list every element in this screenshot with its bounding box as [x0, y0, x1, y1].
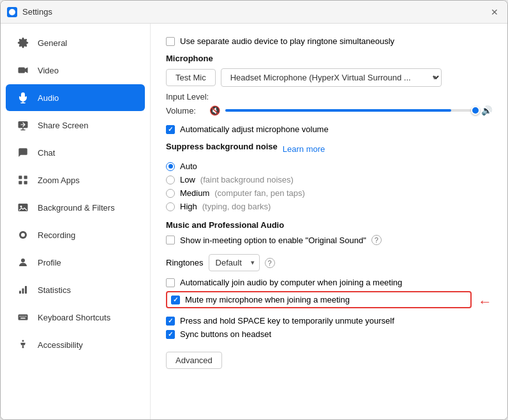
svg-rect-21	[20, 318, 26, 319]
space-key-checkbox[interactable]	[166, 317, 175, 326]
audio-device-checkbox[interactable]	[166, 37, 175, 46]
main-panel: Use separate audio device to play ringto…	[151, 24, 507, 419]
svg-point-22	[22, 340, 24, 342]
chat-icon	[16, 146, 30, 160]
mute-mic-label: Mute my microphone when joining a meetin…	[185, 295, 350, 304]
accessibility-icon	[16, 338, 30, 352]
sidebar-item-chat[interactable]: Chat	[6, 139, 145, 166]
sidebar-item-keyboard[interactable]: Keyboard Shortcuts	[6, 304, 145, 331]
sidebar-label-video: Video	[38, 66, 59, 75]
svg-rect-20	[26, 316, 27, 317]
sidebar: General Video Audio Share Screen	[1, 24, 151, 419]
original-sound-row: Show in-meeting option to enable "Origin…	[166, 235, 492, 245]
background-icon	[16, 200, 30, 214]
auto-adjust-row: Automatically adjust microphone volume	[166, 124, 492, 134]
close-button[interactable]: ✕	[488, 6, 501, 19]
volume-row: Volume: 🔇 🔊	[166, 105, 492, 116]
volume-slider-track[interactable]	[225, 109, 476, 112]
ringtones-select[interactable]: Default	[209, 254, 260, 271]
learn-more-link[interactable]: Learn more	[283, 144, 325, 154]
gear-icon	[16, 36, 30, 50]
mute-mic-checkbox[interactable]	[171, 296, 180, 304]
noise-low-label: Low	[180, 175, 195, 184]
svg-rect-13	[19, 291, 21, 294]
noise-low-radio[interactable]	[166, 176, 175, 184]
sidebar-item-share-screen[interactable]: Share Screen	[6, 112, 145, 139]
auto-join-row: Automatically join audio by computer whe…	[166, 278, 492, 287]
original-sound-help[interactable]: ?	[371, 235, 382, 245]
titlebar: Settings ✕	[1, 1, 507, 24]
mute-mic-row: Mute my microphone when joining a meetin…	[166, 291, 472, 308]
sidebar-item-accessibility[interactable]: Accessibility	[6, 331, 145, 358]
sidebar-label-profile: Profile	[38, 258, 61, 267]
volume-label: Volume:	[166, 106, 204, 116]
sync-buttons-row: Sync buttons on headset	[166, 329, 492, 339]
sidebar-item-statistics[interactable]: Statistics	[6, 276, 145, 303]
svg-rect-15	[25, 286, 27, 294]
auto-join-checkbox[interactable]	[166, 278, 175, 287]
video-icon	[16, 63, 30, 77]
volume-slider-thumb[interactable]	[471, 106, 480, 115]
mic-select-wrapper: Headset Microphone (HyperX Virtual Surro…	[221, 68, 442, 87]
noise-medium-label: Medium	[180, 188, 209, 198]
noise-auto-label: Auto	[180, 161, 197, 171]
auto-adjust-checkbox[interactable]	[166, 125, 175, 134]
space-key-row: Press and hold SPACE key to temporarily …	[166, 316, 492, 326]
ringtones-label: Ringtones	[166, 258, 204, 267]
svg-rect-17	[20, 316, 21, 317]
suppress-noise-section: Suppress background noise Learn more Aut…	[166, 142, 492, 211]
sidebar-item-profile[interactable]: Profile	[6, 249, 145, 276]
svg-marker-2	[25, 68, 28, 73]
noise-high-radio[interactable]	[166, 202, 175, 211]
settings-window: Settings ✕ General Video	[0, 0, 508, 420]
sidebar-label-share: Share Screen	[38, 121, 89, 130]
svg-rect-4	[19, 176, 22, 179]
sidebar-item-recording[interactable]: Recording	[6, 221, 145, 248]
test-mic-button[interactable]: Test Mic	[166, 69, 216, 86]
noise-medium-radio[interactable]	[166, 189, 175, 198]
ringtones-row: Ringtones Default ?	[166, 254, 492, 271]
svg-rect-5	[24, 176, 27, 179]
sidebar-item-general[interactable]: General	[6, 29, 145, 56]
sidebar-label-access: Accessibility	[38, 340, 83, 350]
sync-buttons-label: Sync buttons on headset	[180, 329, 271, 339]
volume-slider-fill	[225, 109, 451, 112]
sidebar-item-video[interactable]: Video	[6, 57, 145, 84]
noise-low-sub: (faint background noises)	[200, 175, 294, 184]
sidebar-item-background[interactable]: Background & Filters	[6, 194, 145, 221]
stats-icon	[16, 283, 30, 297]
noise-medium-row: Medium (computer fan, pen taps)	[166, 188, 492, 198]
svg-rect-6	[19, 181, 22, 184]
share-screen-icon	[16, 118, 30, 132]
audio-icon	[16, 91, 30, 105]
svg-rect-1	[19, 68, 26, 73]
mic-device-select[interactable]: Headset Microphone (HyperX Virtual Surro…	[221, 68, 442, 87]
original-sound-checkbox[interactable]	[166, 236, 175, 244]
auto-join-label: Automatically join audio by computer whe…	[180, 278, 402, 287]
svg-rect-18	[22, 316, 23, 317]
window-title: Settings	[22, 7, 52, 17]
microphone-section: Microphone Test Mic Headset Microphone (…	[166, 54, 492, 116]
audio-device-label: Use separate audio device to play ringto…	[180, 36, 394, 46]
suppress-title: Suppress background noise	[166, 142, 278, 151]
music-audio-section: Music and Professional Audio Show in-mee…	[166, 220, 492, 245]
ringtones-help[interactable]: ?	[265, 258, 275, 268]
advanced-section: Advanced	[166, 352, 492, 369]
svg-point-12	[21, 259, 25, 262]
advanced-button[interactable]: Advanced	[166, 352, 222, 369]
volume-slider-container: 🔇 🔊	[209, 105, 492, 116]
auto-adjust-label: Automatically adjust microphone volume	[180, 124, 329, 134]
sidebar-item-audio[interactable]: Audio	[6, 84, 145, 111]
noise-auto-row: Auto	[166, 161, 492, 171]
noise-low-row: Low (faint background noises)	[166, 175, 492, 184]
sync-buttons-checkbox[interactable]	[166, 330, 175, 339]
audio-device-row: Use separate audio device to play ringto…	[166, 36, 492, 46]
noise-auto-radio[interactable]	[166, 162, 175, 171]
music-audio-title: Music and Professional Audio	[166, 220, 492, 230]
titlebar-left: Settings	[7, 7, 52, 17]
profile-icon	[16, 255, 30, 269]
sidebar-label-chat: Chat	[38, 148, 55, 158]
svg-point-11	[21, 233, 25, 237]
sidebar-label-apps: Zoom Apps	[38, 176, 80, 185]
sidebar-item-zoom-apps[interactable]: Zoom Apps	[6, 167, 145, 193]
